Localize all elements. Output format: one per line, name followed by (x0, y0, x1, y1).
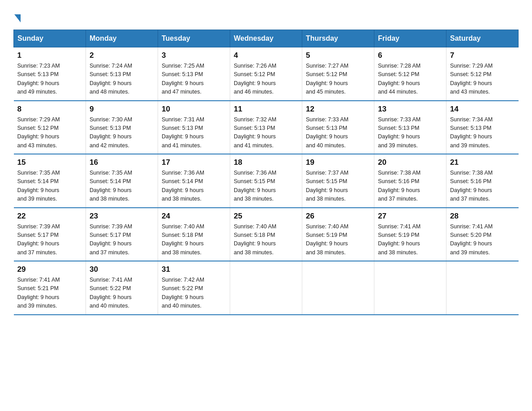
day-info: Sunrise: 7:33 AMSunset: 5:13 PMDaylight:… (306, 116, 370, 150)
day-cell: 13 Sunrise: 7:33 AMSunset: 5:13 PMDaylig… (374, 101, 446, 154)
day-info: Sunrise: 7:33 AMSunset: 5:13 PMDaylight:… (378, 116, 442, 150)
day-info: Sunrise: 7:34 AMSunset: 5:13 PMDaylight:… (450, 116, 515, 150)
logo (13, 13, 21, 21)
day-info: Sunrise: 7:37 AMSunset: 5:15 PMDaylight:… (306, 169, 370, 204)
day-number: 2 (90, 51, 154, 60)
day-info: Sunrise: 7:28 AMSunset: 5:12 PMDaylight:… (378, 62, 442, 97)
day-number: 15 (17, 158, 82, 167)
week-row-5: 29 Sunrise: 7:41 AMSunset: 5:21 PMDaylig… (14, 261, 519, 315)
week-row-1: 1 Sunrise: 7:23 AMSunset: 5:13 PMDayligh… (14, 47, 519, 101)
col-header-saturday: Saturday (446, 30, 519, 47)
day-cell: 5 Sunrise: 7:27 AMSunset: 5:12 PMDayligh… (302, 47, 374, 101)
calendar-table: SundayMondayTuesdayWednesdayThursdayFrid… (13, 30, 519, 315)
day-info: Sunrise: 7:29 AMSunset: 5:12 PMDaylight:… (17, 116, 82, 150)
day-number: 6 (378, 51, 442, 60)
day-cell: 22 Sunrise: 7:39 AMSunset: 5:17 PMDaylig… (14, 208, 86, 261)
day-info: Sunrise: 7:42 AMSunset: 5:22 PMDaylight:… (162, 276, 226, 311)
day-cell: 9 Sunrise: 7:30 AMSunset: 5:13 PMDayligh… (86, 101, 158, 154)
day-number: 21 (450, 158, 515, 167)
day-cell (230, 261, 302, 315)
day-number: 20 (378, 158, 442, 167)
day-cell: 17 Sunrise: 7:36 AMSunset: 5:14 PMDaylig… (158, 154, 230, 208)
day-info: Sunrise: 7:41 AMSunset: 5:19 PMDaylight:… (378, 223, 442, 257)
week-row-2: 8 Sunrise: 7:29 AMSunset: 5:12 PMDayligh… (14, 101, 519, 154)
day-info: Sunrise: 7:24 AMSunset: 5:13 PMDaylight:… (90, 62, 154, 97)
col-header-tuesday: Tuesday (158, 30, 230, 47)
day-number: 19 (306, 158, 370, 167)
day-cell: 6 Sunrise: 7:28 AMSunset: 5:12 PMDayligh… (374, 47, 446, 101)
day-info: Sunrise: 7:36 AMSunset: 5:14 PMDaylight:… (162, 169, 226, 204)
day-cell: 18 Sunrise: 7:36 AMSunset: 5:15 PMDaylig… (230, 154, 302, 208)
day-cell: 4 Sunrise: 7:26 AMSunset: 5:12 PMDayligh… (230, 47, 302, 101)
day-cell: 24 Sunrise: 7:40 AMSunset: 5:18 PMDaylig… (158, 208, 230, 261)
day-number: 14 (450, 105, 515, 114)
day-cell: 10 Sunrise: 7:31 AMSunset: 5:13 PMDaylig… (158, 101, 230, 154)
day-cell: 2 Sunrise: 7:24 AMSunset: 5:13 PMDayligh… (86, 47, 158, 101)
header-row: SundayMondayTuesdayWednesdayThursdayFrid… (14, 30, 519, 47)
day-cell: 20 Sunrise: 7:38 AMSunset: 5:16 PMDaylig… (374, 154, 446, 208)
day-cell: 15 Sunrise: 7:35 AMSunset: 5:14 PMDaylig… (14, 154, 86, 208)
day-number: 22 (17, 212, 82, 221)
day-info: Sunrise: 7:25 AMSunset: 5:13 PMDaylight:… (162, 62, 226, 97)
day-cell: 26 Sunrise: 7:40 AMSunset: 5:19 PMDaylig… (302, 208, 374, 261)
day-info: Sunrise: 7:32 AMSunset: 5:13 PMDaylight:… (234, 116, 298, 150)
day-number: 31 (162, 265, 226, 274)
col-header-wednesday: Wednesday (230, 30, 302, 47)
day-number: 23 (90, 212, 154, 221)
day-cell: 12 Sunrise: 7:33 AMSunset: 5:13 PMDaylig… (302, 101, 374, 154)
day-info: Sunrise: 7:38 AMSunset: 5:16 PMDaylight:… (450, 169, 515, 204)
day-info: Sunrise: 7:23 AMSunset: 5:13 PMDaylight:… (17, 62, 82, 97)
day-cell: 27 Sunrise: 7:41 AMSunset: 5:19 PMDaylig… (374, 208, 446, 261)
col-header-sunday: Sunday (14, 30, 86, 47)
day-cell: 21 Sunrise: 7:38 AMSunset: 5:16 PMDaylig… (446, 154, 519, 208)
day-info: Sunrise: 7:39 AMSunset: 5:17 PMDaylight:… (90, 223, 154, 257)
day-info: Sunrise: 7:36 AMSunset: 5:15 PMDaylight:… (234, 169, 298, 204)
day-number: 3 (162, 51, 226, 60)
day-cell (374, 261, 446, 315)
page-header (13, 9, 519, 21)
day-cell: 14 Sunrise: 7:34 AMSunset: 5:13 PMDaylig… (446, 101, 519, 154)
day-info: Sunrise: 7:41 AMSunset: 5:22 PMDaylight:… (90, 276, 154, 311)
day-info: Sunrise: 7:29 AMSunset: 5:12 PMDaylight:… (450, 62, 515, 97)
day-cell: 3 Sunrise: 7:25 AMSunset: 5:13 PMDayligh… (158, 47, 230, 101)
day-cell (302, 261, 374, 315)
day-info: Sunrise: 7:35 AMSunset: 5:14 PMDaylight:… (17, 169, 82, 204)
day-info: Sunrise: 7:40 AMSunset: 5:18 PMDaylight:… (162, 223, 226, 257)
day-info: Sunrise: 7:26 AMSunset: 5:12 PMDaylight:… (234, 62, 298, 97)
day-info: Sunrise: 7:40 AMSunset: 5:18 PMDaylight:… (234, 223, 298, 257)
day-number: 5 (306, 51, 370, 60)
day-cell: 7 Sunrise: 7:29 AMSunset: 5:12 PMDayligh… (446, 47, 519, 101)
day-info: Sunrise: 7:31 AMSunset: 5:13 PMDaylight:… (162, 116, 226, 150)
logo-triangle-icon (14, 14, 21, 22)
day-cell: 19 Sunrise: 7:37 AMSunset: 5:15 PMDaylig… (302, 154, 374, 208)
day-number: 29 (17, 265, 82, 274)
day-number: 26 (306, 212, 370, 221)
col-header-monday: Monday (86, 30, 158, 47)
day-info: Sunrise: 7:38 AMSunset: 5:16 PMDaylight:… (378, 169, 442, 204)
day-number: 30 (90, 265, 154, 274)
col-header-friday: Friday (374, 30, 446, 47)
day-number: 4 (234, 51, 298, 60)
day-info: Sunrise: 7:30 AMSunset: 5:13 PMDaylight:… (90, 116, 154, 150)
day-number: 24 (162, 212, 226, 221)
day-info: Sunrise: 7:41 AMSunset: 5:20 PMDaylight:… (450, 223, 515, 257)
day-cell: 31 Sunrise: 7:42 AMSunset: 5:22 PMDaylig… (158, 261, 230, 315)
day-number: 16 (90, 158, 154, 167)
day-cell: 28 Sunrise: 7:41 AMSunset: 5:20 PMDaylig… (446, 208, 519, 261)
day-cell: 30 Sunrise: 7:41 AMSunset: 5:22 PMDaylig… (86, 261, 158, 315)
day-number: 13 (378, 105, 442, 114)
day-cell: 8 Sunrise: 7:29 AMSunset: 5:12 PMDayligh… (14, 101, 86, 154)
day-cell (446, 261, 519, 315)
day-cell: 29 Sunrise: 7:41 AMSunset: 5:21 PMDaylig… (14, 261, 86, 315)
day-number: 27 (378, 212, 442, 221)
day-cell: 25 Sunrise: 7:40 AMSunset: 5:18 PMDaylig… (230, 208, 302, 261)
day-cell: 1 Sunrise: 7:23 AMSunset: 5:13 PMDayligh… (14, 47, 86, 101)
day-number: 25 (234, 212, 298, 221)
day-number: 18 (234, 158, 298, 167)
day-info: Sunrise: 7:40 AMSunset: 5:19 PMDaylight:… (306, 223, 370, 257)
day-info: Sunrise: 7:39 AMSunset: 5:17 PMDaylight:… (17, 223, 82, 257)
day-info: Sunrise: 7:41 AMSunset: 5:21 PMDaylight:… (17, 276, 82, 311)
day-cell: 11 Sunrise: 7:32 AMSunset: 5:13 PMDaylig… (230, 101, 302, 154)
day-info: Sunrise: 7:35 AMSunset: 5:14 PMDaylight:… (90, 169, 154, 204)
day-number: 9 (90, 105, 154, 114)
